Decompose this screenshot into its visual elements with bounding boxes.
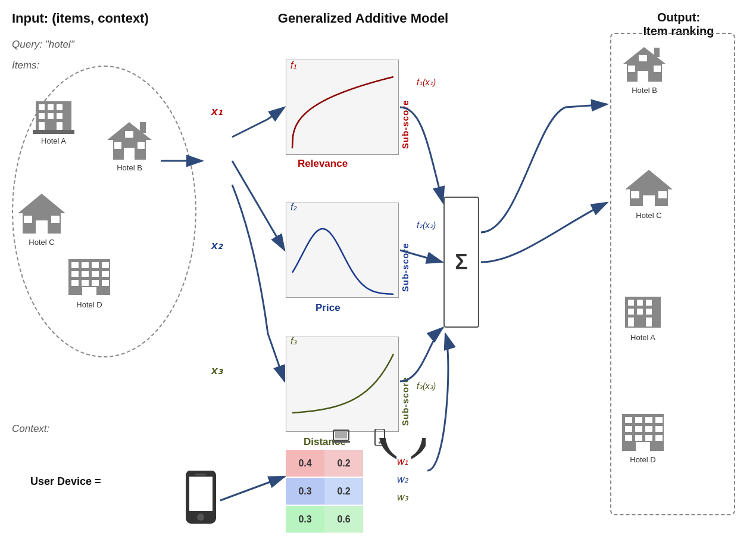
- svg-rect-26: [102, 262, 109, 268]
- svg-rect-33: [92, 280, 99, 286]
- x3-label: x₃: [211, 363, 223, 377]
- svg-rect-15: [140, 122, 146, 133]
- svg-rect-1: [39, 104, 45, 110]
- svg-text:w₂: w₂: [397, 474, 409, 485]
- subscore-1-label: Sub-score: [400, 66, 410, 149]
- subscore-3-label: Sub-score: [400, 343, 410, 426]
- svg-rect-68: [646, 309, 652, 315]
- svg-rect-81: [635, 435, 642, 441]
- svg-rect-14: [138, 142, 145, 149]
- svg-rect-63: [628, 300, 634, 306]
- svg-rect-42: [332, 441, 350, 443]
- svg-text:w₃: w₃: [397, 491, 409, 503]
- svg-rect-4: [39, 113, 45, 119]
- output-title-line1: Output:: [657, 11, 700, 24]
- input-hotel-a-label: Hotel A: [41, 136, 66, 145]
- svg-rect-82: [645, 435, 652, 441]
- svg-rect-31: [71, 280, 79, 286]
- input-hotel-b: Hotel B: [107, 119, 152, 172]
- x2-label: x₂: [211, 238, 223, 252]
- svg-rect-27: [71, 271, 79, 277]
- svg-rect-41: [335, 432, 347, 438]
- svg-rect-65: [646, 300, 652, 306]
- svg-marker-17: [18, 194, 65, 213]
- input-hotel-c: Hotel C: [18, 191, 65, 247]
- context-label: Context:: [12, 423, 49, 435]
- svg-point-38: [197, 514, 204, 521]
- svg-text:): ): [409, 438, 426, 459]
- laptop-header: [321, 429, 360, 449]
- svg-rect-73: [635, 417, 642, 423]
- svg-rect-19: [36, 220, 48, 234]
- svg-rect-79: [655, 426, 663, 432]
- cell-r2c2: 0.2: [324, 478, 363, 505]
- cell-r1c2: 0.2: [324, 450, 363, 477]
- svg-rect-5: [48, 113, 54, 119]
- output-hotel-d-label: Hotel D: [630, 455, 655, 464]
- output-hotel-b-label: Hotel B: [632, 86, 657, 95]
- svg-rect-28: [82, 271, 89, 277]
- svg-rect-35: [82, 287, 96, 298]
- svg-rect-70: [646, 318, 652, 326]
- svg-rect-61: [658, 191, 667, 198]
- output-hotel-c: Hotel C: [625, 167, 673, 220]
- svg-rect-13: [114, 142, 121, 149]
- cell-r2c1: 0.3: [286, 478, 324, 505]
- svg-rect-52: [638, 71, 648, 82]
- svg-rect-80: [625, 435, 632, 441]
- f3-chart: [286, 337, 398, 431]
- mobile-phone-icon: [185, 471, 217, 527]
- svg-rect-9: [33, 130, 74, 134]
- svg-rect-55: [654, 48, 660, 57]
- svg-rect-69: [628, 318, 634, 326]
- sigma-symbol: Σ: [455, 250, 468, 275]
- svg-rect-29: [92, 271, 99, 277]
- svg-rect-7: [39, 122, 45, 131]
- svg-rect-2: [48, 104, 54, 110]
- svg-rect-83: [655, 435, 663, 441]
- svg-marker-57: [625, 170, 673, 189]
- svg-rect-66: [628, 309, 634, 315]
- diagram-container: Input: (items, context) Generalized Addi…: [0, 0, 756, 560]
- user-device-label: User Device =: [30, 475, 101, 488]
- cell-r3c2: 0.6: [324, 506, 363, 533]
- svg-rect-77: [635, 426, 642, 432]
- svg-rect-56: [639, 55, 647, 61]
- svg-rect-23: [71, 262, 79, 268]
- svg-rect-6: [57, 113, 63, 119]
- svg-rect-84: [636, 442, 650, 451]
- svg-rect-64: [637, 300, 643, 306]
- svg-rect-39: [195, 474, 206, 475]
- svg-rect-59: [643, 195, 655, 206]
- weight-vector-group: ( w₁ w₂ w₃ ): [372, 438, 426, 521]
- f1-label: f₁: [290, 60, 296, 71]
- svg-rect-12: [124, 148, 135, 160]
- svg-rect-72: [625, 417, 632, 423]
- svg-rect-25: [92, 262, 99, 268]
- svg-rect-53: [628, 66, 635, 72]
- input-section-title: Input: (items, context): [12, 11, 149, 26]
- f2-label: f₂: [290, 201, 296, 213]
- input-hotel-a: Hotel A: [33, 95, 74, 145]
- f3-label: f₃: [290, 335, 296, 347]
- x1-label: x₁: [211, 104, 223, 118]
- output-hotel-a: Hotel A: [622, 292, 664, 342]
- svg-text:w₁: w₁: [397, 456, 408, 467]
- svg-rect-16: [125, 131, 133, 138]
- sigma-box: Σ: [443, 197, 479, 328]
- f3-box: [286, 337, 399, 432]
- svg-rect-34: [102, 280, 109, 286]
- cell-r3c1: 0.3: [286, 506, 324, 533]
- gam-section-title: Generalized Additive Model: [256, 11, 470, 26]
- f1-chart: [286, 60, 398, 154]
- svg-rect-30: [102, 271, 109, 277]
- svg-line-89: [220, 477, 285, 500]
- fx3-label: f₃(x₃): [417, 381, 436, 391]
- f1-box: [286, 60, 399, 155]
- items-label: Items:: [12, 60, 39, 71]
- svg-rect-24: [82, 262, 89, 268]
- fx1-label: f₁(x₁): [417, 77, 436, 87]
- input-hotel-d: Hotel D: [65, 256, 113, 309]
- svg-rect-75: [655, 417, 663, 423]
- svg-rect-54: [654, 66, 661, 72]
